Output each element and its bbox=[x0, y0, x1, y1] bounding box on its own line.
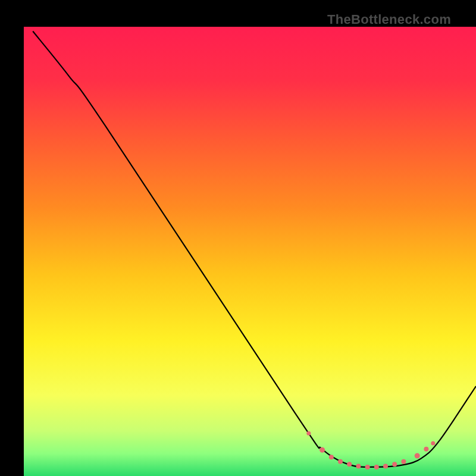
data-marker bbox=[306, 431, 311, 436]
data-marker bbox=[338, 459, 343, 464]
data-marker bbox=[320, 447, 325, 453]
data-marker bbox=[374, 465, 379, 469]
data-marker bbox=[347, 462, 352, 466]
data-marker bbox=[401, 459, 406, 464]
data-marker bbox=[431, 441, 435, 445]
data-marker bbox=[392, 462, 397, 466]
chart-frame: TheBottleneck.com bbox=[12, 12, 464, 464]
data-marker bbox=[415, 453, 420, 459]
attribution-text: TheBottleneck.com bbox=[327, 12, 451, 27]
data-marker bbox=[383, 464, 388, 468]
chart-plot bbox=[24, 27, 476, 476]
data-marker bbox=[356, 464, 361, 468]
gradient-background bbox=[24, 27, 476, 476]
data-marker bbox=[329, 455, 334, 459]
data-marker bbox=[424, 447, 428, 452]
data-marker bbox=[365, 465, 370, 469]
